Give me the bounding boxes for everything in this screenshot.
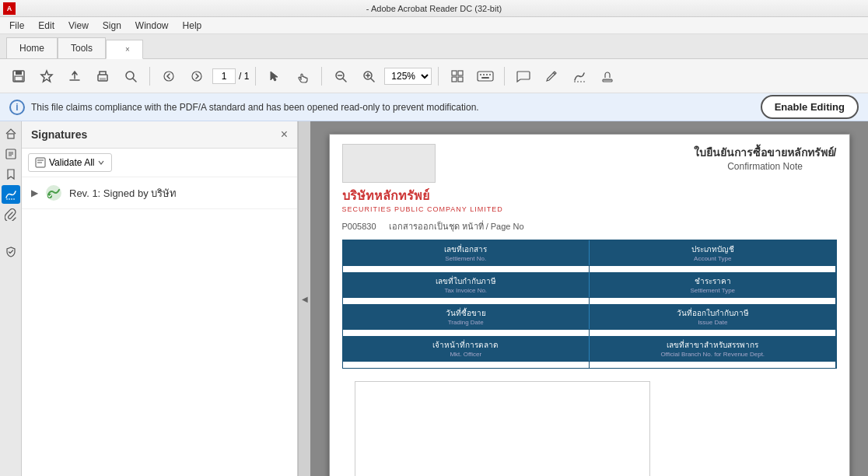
content-box — [355, 381, 650, 476]
menu-window[interactable]: Window — [129, 19, 175, 33]
menu-edit[interactable]: Edit — [32, 19, 61, 33]
toolbar-sep-4 — [438, 67, 439, 86]
window-title: - Adobe Acrobat Reader DC (32-bit) — [366, 4, 502, 13]
sidebar-title: Signatures — [31, 128, 87, 141]
menu-bar: File Edit View Sign Window Help — [0, 17, 868, 34]
pdf-viewer[interactable]: บริษัทหลักทรัพย์ SECURITIES PUBLIC COMPA… — [310, 121, 868, 476]
signatures-sidebar: Signatures × Validate All ▶ — [22, 121, 298, 476]
svg-rect-22 — [478, 72, 493, 81]
svg-rect-18 — [452, 71, 457, 75]
header-trading-date-en: Trading Date — [349, 319, 583, 326]
svg-rect-31 — [8, 134, 14, 138]
comment-button[interactable] — [511, 64, 536, 89]
menu-view[interactable]: View — [62, 19, 95, 33]
value-mkt-officer — [343, 361, 590, 368]
signature-item[interactable]: ▶ Rev. 1: Signed by บริษัท — [22, 177, 297, 209]
signature-icon — [44, 184, 63, 202]
search-button[interactable] — [118, 64, 143, 89]
print-button[interactable] — [90, 64, 115, 89]
doc-title-thai: ใบยืนยันการซื้อขายหลักทรัพย์/ — [694, 144, 837, 161]
collapse-arrow-icon: ◀ — [302, 295, 308, 303]
doc-title-english: Confirmation Note — [694, 161, 837, 172]
bookmark-button[interactable] — [34, 64, 59, 89]
svg-rect-20 — [452, 77, 457, 82]
page-number-input[interactable] — [212, 68, 236, 84]
zoom-in-button[interactable] — [356, 64, 381, 89]
svg-marker-3 — [41, 71, 52, 82]
menu-help[interactable]: Help — [177, 19, 208, 33]
select-tool-button[interactable] — [262, 64, 287, 89]
doc-ref-label: เอกสารออกเป็นชุด หน้าที่ / Page No — [389, 219, 524, 233]
svg-rect-21 — [458, 77, 463, 82]
value-settlement — [343, 265, 590, 272]
app-icon: A — [3, 2, 16, 15]
sign-button[interactable] — [567, 64, 592, 89]
upload-button[interactable] — [62, 64, 87, 89]
company-logo — [342, 144, 436, 183]
page-next-button[interactable] — [184, 64, 209, 89]
doc-reference: P005830 เอกสารออกเป็นชุด หน้าที่ / Page … — [330, 219, 849, 240]
menu-sign[interactable]: Sign — [96, 19, 128, 33]
value-issue-date — [590, 329, 836, 336]
zoom-level-select[interactable]: 125% 100% 150% 75% — [384, 68, 432, 85]
pdf-page: บริษัทหลักทรัพย์ SECURITIES PUBLIC COMPA… — [329, 134, 850, 476]
page-nav: / 1 — [212, 68, 249, 84]
collapse-handle[interactable]: ◀ — [298, 121, 310, 476]
panel-security-button[interactable] — [2, 243, 20, 261]
svg-line-17 — [371, 79, 374, 82]
panel-attachments-button[interactable] — [2, 205, 20, 224]
svg-line-13 — [343, 79, 346, 82]
sidebar-close-button[interactable]: × — [281, 128, 288, 142]
header-issue-date: วันที่ออกใบกำกับภาษี — [596, 307, 830, 319]
tab-close-button[interactable]: × — [125, 45, 130, 54]
svg-rect-2 — [15, 76, 23, 81]
save-button[interactable] — [6, 64, 31, 89]
keyboard-button[interactable] — [473, 64, 498, 89]
hand-tool-button[interactable] — [290, 64, 315, 89]
validate-all-label: Validate All — [49, 157, 94, 168]
header-settlement-type: ชำระราคา — [596, 275, 830, 287]
header-mkt-officer: เจ้าหน้าที่การตลาด — [349, 339, 583, 351]
document-title: ใบยืนยันการซื้อขายหลักทรัพย์/ Confirmati… — [694, 144, 837, 172]
svg-rect-19 — [458, 71, 463, 75]
header-branch: เลขที่สาขาสำหรับสรรพากร — [596, 339, 830, 351]
company-info: บริษัทหลักทรัพย์ SECURITIES PUBLIC COMPA… — [342, 186, 503, 213]
sig-text: Rev. 1: Signed by บริษัท — [69, 185, 177, 201]
svg-point-9 — [192, 72, 201, 81]
header-settlement-en: Settlement No. — [349, 255, 583, 262]
view-options-button[interactable] — [445, 64, 470, 89]
panel-pages-button[interactable] — [2, 145, 20, 163]
panel-bookmarks-button[interactable] — [2, 165, 20, 184]
svg-point-8 — [164, 72, 173, 81]
info-icon: i — [9, 100, 25, 115]
svg-rect-1 — [16, 71, 22, 75]
validate-all-button[interactable]: Validate All — [28, 153, 112, 172]
header-trading-date: วันที่ซื้อขาย — [349, 307, 583, 319]
stamp-button[interactable] — [595, 64, 620, 89]
info-table: เลขที่เอกสาร Settlement No. ประเภทบัญชี … — [342, 240, 837, 369]
enable-editing-button[interactable]: Enable Editing — [761, 95, 859, 119]
header-settlement-type-en: Settlement Type — [596, 287, 830, 294]
tab-home[interactable]: Home — [6, 37, 58, 58]
sidebar-header: Signatures × — [22, 121, 297, 149]
main-content: Signatures × Validate All ▶ — [0, 121, 868, 476]
toolbar-sep-5 — [504, 67, 505, 86]
svg-line-7 — [133, 79, 136, 82]
toolbar-sep-2 — [255, 67, 256, 86]
zoom-out-button[interactable] — [328, 64, 353, 89]
pencil-button[interactable] — [539, 64, 564, 89]
menu-file[interactable]: File — [3, 19, 30, 33]
panel-home-button[interactable] — [2, 124, 20, 143]
tab-bar: Home Tools × — [0, 34, 868, 59]
tab-document[interactable]: × — [106, 40, 143, 59]
title-bar: A - Adobe Acrobat Reader DC (32-bit) — [0, 0, 868, 17]
toolbar-sep-1 — [149, 67, 150, 86]
tab-tools[interactable]: Tools — [58, 37, 106, 58]
header-settlement: เลขที่เอกสาร — [349, 243, 583, 255]
page-prev-button[interactable] — [156, 64, 181, 89]
panel-signatures-button[interactable] — [2, 185, 20, 204]
header-account-en: Account Type — [596, 255, 830, 262]
header-mkt-officer-en: Mkt. Officer — [349, 351, 583, 358]
svg-rect-5 — [100, 78, 106, 80]
svg-marker-10 — [271, 72, 278, 81]
